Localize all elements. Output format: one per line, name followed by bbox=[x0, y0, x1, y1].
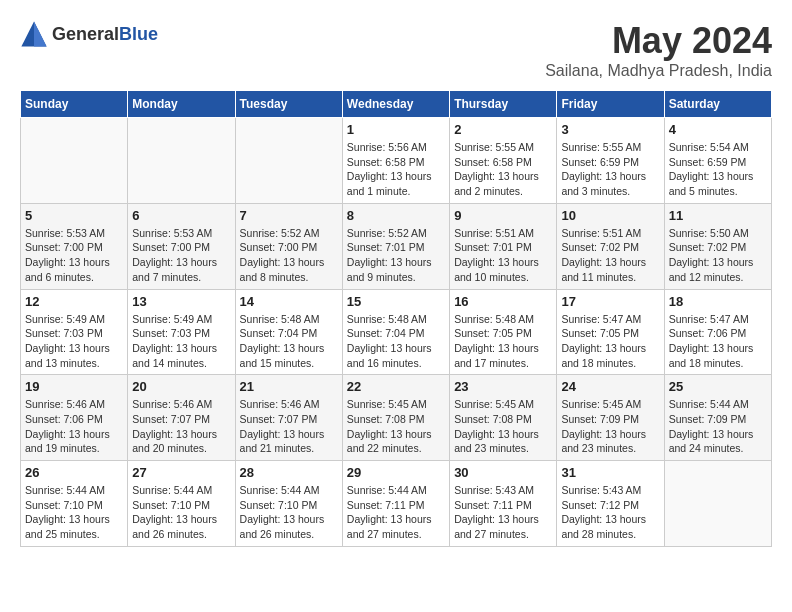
calendar-cell: 6Sunrise: 5:53 AMSunset: 7:00 PMDaylight… bbox=[128, 203, 235, 289]
day-number: 21 bbox=[240, 379, 338, 394]
calendar-cell: 7Sunrise: 5:52 AMSunset: 7:00 PMDaylight… bbox=[235, 203, 342, 289]
day-number: 29 bbox=[347, 465, 445, 480]
day-info: Sunrise: 5:55 AMSunset: 6:59 PMDaylight:… bbox=[561, 140, 659, 199]
calendar-cell: 29Sunrise: 5:44 AMSunset: 7:11 PMDayligh… bbox=[342, 461, 449, 547]
calendar-cell: 12Sunrise: 5:49 AMSunset: 7:03 PMDayligh… bbox=[21, 289, 128, 375]
weekday-header: Friday bbox=[557, 91, 664, 118]
calendar-cell: 13Sunrise: 5:49 AMSunset: 7:03 PMDayligh… bbox=[128, 289, 235, 375]
calendar-cell: 14Sunrise: 5:48 AMSunset: 7:04 PMDayligh… bbox=[235, 289, 342, 375]
day-info: Sunrise: 5:49 AMSunset: 7:03 PMDaylight:… bbox=[25, 312, 123, 371]
calendar-cell: 30Sunrise: 5:43 AMSunset: 7:11 PMDayligh… bbox=[450, 461, 557, 547]
day-number: 1 bbox=[347, 122, 445, 137]
day-info: Sunrise: 5:52 AMSunset: 7:00 PMDaylight:… bbox=[240, 226, 338, 285]
day-number: 17 bbox=[561, 294, 659, 309]
calendar-cell: 10Sunrise: 5:51 AMSunset: 7:02 PMDayligh… bbox=[557, 203, 664, 289]
day-number: 16 bbox=[454, 294, 552, 309]
calendar-cell: 28Sunrise: 5:44 AMSunset: 7:10 PMDayligh… bbox=[235, 461, 342, 547]
day-info: Sunrise: 5:46 AMSunset: 7:07 PMDaylight:… bbox=[132, 397, 230, 456]
day-number: 14 bbox=[240, 294, 338, 309]
day-number: 12 bbox=[25, 294, 123, 309]
day-number: 31 bbox=[561, 465, 659, 480]
calendar-week-row: 12Sunrise: 5:49 AMSunset: 7:03 PMDayligh… bbox=[21, 289, 772, 375]
day-number: 24 bbox=[561, 379, 659, 394]
day-info: Sunrise: 5:44 AMSunset: 7:10 PMDaylight:… bbox=[240, 483, 338, 542]
weekday-header: Wednesday bbox=[342, 91, 449, 118]
calendar-week-row: 5Sunrise: 5:53 AMSunset: 7:00 PMDaylight… bbox=[21, 203, 772, 289]
logo-text-general: General bbox=[52, 24, 119, 44]
day-number: 9 bbox=[454, 208, 552, 223]
calendar-cell bbox=[664, 461, 771, 547]
day-info: Sunrise: 5:43 AMSunset: 7:12 PMDaylight:… bbox=[561, 483, 659, 542]
calendar-cell bbox=[235, 118, 342, 204]
calendar-cell: 25Sunrise: 5:44 AMSunset: 7:09 PMDayligh… bbox=[664, 375, 771, 461]
day-number: 10 bbox=[561, 208, 659, 223]
day-number: 28 bbox=[240, 465, 338, 480]
day-info: Sunrise: 5:45 AMSunset: 7:09 PMDaylight:… bbox=[561, 397, 659, 456]
day-number: 13 bbox=[132, 294, 230, 309]
day-number: 23 bbox=[454, 379, 552, 394]
day-info: Sunrise: 5:46 AMSunset: 7:07 PMDaylight:… bbox=[240, 397, 338, 456]
day-info: Sunrise: 5:55 AMSunset: 6:58 PMDaylight:… bbox=[454, 140, 552, 199]
weekday-header-row: SundayMondayTuesdayWednesdayThursdayFrid… bbox=[21, 91, 772, 118]
day-number: 4 bbox=[669, 122, 767, 137]
day-number: 15 bbox=[347, 294, 445, 309]
day-info: Sunrise: 5:44 AMSunset: 7:11 PMDaylight:… bbox=[347, 483, 445, 542]
logo-text-blue: Blue bbox=[119, 24, 158, 44]
day-number: 19 bbox=[25, 379, 123, 394]
calendar-week-row: 26Sunrise: 5:44 AMSunset: 7:10 PMDayligh… bbox=[21, 461, 772, 547]
calendar-cell: 24Sunrise: 5:45 AMSunset: 7:09 PMDayligh… bbox=[557, 375, 664, 461]
day-number: 30 bbox=[454, 465, 552, 480]
calendar-cell: 3Sunrise: 5:55 AMSunset: 6:59 PMDaylight… bbox=[557, 118, 664, 204]
day-number: 7 bbox=[240, 208, 338, 223]
day-info: Sunrise: 5:49 AMSunset: 7:03 PMDaylight:… bbox=[132, 312, 230, 371]
calendar-cell: 22Sunrise: 5:45 AMSunset: 7:08 PMDayligh… bbox=[342, 375, 449, 461]
calendar-cell: 21Sunrise: 5:46 AMSunset: 7:07 PMDayligh… bbox=[235, 375, 342, 461]
day-number: 8 bbox=[347, 208, 445, 223]
month-title: May 2024 bbox=[545, 20, 772, 62]
day-info: Sunrise: 5:44 AMSunset: 7:09 PMDaylight:… bbox=[669, 397, 767, 456]
calendar-cell: 15Sunrise: 5:48 AMSunset: 7:04 PMDayligh… bbox=[342, 289, 449, 375]
day-info: Sunrise: 5:48 AMSunset: 7:05 PMDaylight:… bbox=[454, 312, 552, 371]
calendar-cell: 1Sunrise: 5:56 AMSunset: 6:58 PMDaylight… bbox=[342, 118, 449, 204]
calendar-cell: 9Sunrise: 5:51 AMSunset: 7:01 PMDaylight… bbox=[450, 203, 557, 289]
location-title: Sailana, Madhya Pradesh, India bbox=[545, 62, 772, 80]
day-number: 6 bbox=[132, 208, 230, 223]
day-number: 11 bbox=[669, 208, 767, 223]
calendar-cell: 27Sunrise: 5:44 AMSunset: 7:10 PMDayligh… bbox=[128, 461, 235, 547]
day-info: Sunrise: 5:52 AMSunset: 7:01 PMDaylight:… bbox=[347, 226, 445, 285]
day-info: Sunrise: 5:50 AMSunset: 7:02 PMDaylight:… bbox=[669, 226, 767, 285]
calendar-cell: 26Sunrise: 5:44 AMSunset: 7:10 PMDayligh… bbox=[21, 461, 128, 547]
day-info: Sunrise: 5:53 AMSunset: 7:00 PMDaylight:… bbox=[132, 226, 230, 285]
day-info: Sunrise: 5:47 AMSunset: 7:05 PMDaylight:… bbox=[561, 312, 659, 371]
calendar-cell: 16Sunrise: 5:48 AMSunset: 7:05 PMDayligh… bbox=[450, 289, 557, 375]
day-info: Sunrise: 5:47 AMSunset: 7:06 PMDaylight:… bbox=[669, 312, 767, 371]
calendar-cell: 8Sunrise: 5:52 AMSunset: 7:01 PMDaylight… bbox=[342, 203, 449, 289]
day-info: Sunrise: 5:46 AMSunset: 7:06 PMDaylight:… bbox=[25, 397, 123, 456]
calendar-week-row: 1Sunrise: 5:56 AMSunset: 6:58 PMDaylight… bbox=[21, 118, 772, 204]
day-number: 5 bbox=[25, 208, 123, 223]
calendar-cell: 20Sunrise: 5:46 AMSunset: 7:07 PMDayligh… bbox=[128, 375, 235, 461]
weekday-header: Sunday bbox=[21, 91, 128, 118]
title-block: May 2024 Sailana, Madhya Pradesh, India bbox=[545, 20, 772, 80]
weekday-header: Thursday bbox=[450, 91, 557, 118]
calendar-week-row: 19Sunrise: 5:46 AMSunset: 7:06 PMDayligh… bbox=[21, 375, 772, 461]
day-number: 26 bbox=[25, 465, 123, 480]
calendar-cell bbox=[128, 118, 235, 204]
calendar-cell: 17Sunrise: 5:47 AMSunset: 7:05 PMDayligh… bbox=[557, 289, 664, 375]
day-info: Sunrise: 5:56 AMSunset: 6:58 PMDaylight:… bbox=[347, 140, 445, 199]
day-info: Sunrise: 5:48 AMSunset: 7:04 PMDaylight:… bbox=[240, 312, 338, 371]
logo: GeneralBlue bbox=[20, 20, 158, 48]
calendar-cell: 18Sunrise: 5:47 AMSunset: 7:06 PMDayligh… bbox=[664, 289, 771, 375]
weekday-header: Monday bbox=[128, 91, 235, 118]
calendar-cell: 11Sunrise: 5:50 AMSunset: 7:02 PMDayligh… bbox=[664, 203, 771, 289]
calendar-cell: 19Sunrise: 5:46 AMSunset: 7:06 PMDayligh… bbox=[21, 375, 128, 461]
day-number: 25 bbox=[669, 379, 767, 394]
day-info: Sunrise: 5:43 AMSunset: 7:11 PMDaylight:… bbox=[454, 483, 552, 542]
day-number: 2 bbox=[454, 122, 552, 137]
calendar-cell: 31Sunrise: 5:43 AMSunset: 7:12 PMDayligh… bbox=[557, 461, 664, 547]
day-info: Sunrise: 5:45 AMSunset: 7:08 PMDaylight:… bbox=[347, 397, 445, 456]
svg-marker-1 bbox=[34, 21, 47, 46]
day-info: Sunrise: 5:53 AMSunset: 7:00 PMDaylight:… bbox=[25, 226, 123, 285]
day-info: Sunrise: 5:44 AMSunset: 7:10 PMDaylight:… bbox=[25, 483, 123, 542]
day-info: Sunrise: 5:44 AMSunset: 7:10 PMDaylight:… bbox=[132, 483, 230, 542]
